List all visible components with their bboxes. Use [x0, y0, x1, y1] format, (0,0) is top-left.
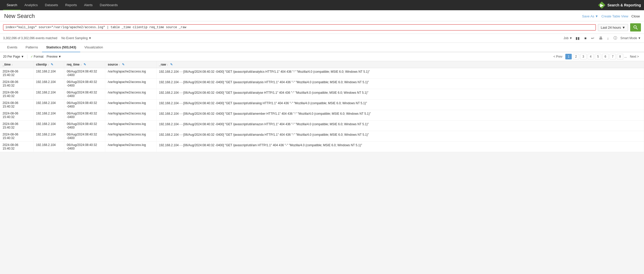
- cell-time: 2024-08-06 15:40:32: [0, 121, 33, 131]
- tab-events[interactable]: Events: [3, 43, 22, 52]
- col-header-reqtime[interactable]: req_time ↕ ✎: [64, 61, 105, 68]
- cell-reqtime: 06/Aug/2024:08:40:32 -0400: [64, 121, 105, 131]
- search-input[interactable]: [5, 26, 594, 29]
- cell-source: /var/log/apache2/access.log: [105, 121, 156, 131]
- tabs-bar: Events Patterns Statistics (503,043) Vis…: [0, 43, 644, 52]
- cell-raw: 192.168.2.104 - - [06/Aug/2024:08:40:32 …: [156, 142, 644, 152]
- nav-search[interactable]: Search: [3, 0, 21, 10]
- table-header-row: _time ↕ clientip ↕ ✎ req_time ↕ ✎ source…: [0, 61, 644, 68]
- stats-bar: 3,302,096 of 3,302,096 events matched No…: [0, 34, 644, 43]
- cell-time: 2024-08-06 15:40:32: [0, 142, 33, 152]
- format-button[interactable]: ✓ Format: [30, 55, 44, 58]
- close-button[interactable]: Close: [631, 14, 640, 18]
- col-header-raw[interactable]: _raw ↕ ✎: [156, 61, 644, 68]
- cell-reqtime: 06/Aug/2024:08:40:32 -0400: [64, 131, 105, 142]
- page-6-button[interactable]: 6: [602, 54, 609, 59]
- nav-alerts[interactable]: Alerts: [80, 0, 96, 10]
- cell-reqtime: 06/Aug/2024:08:40:32 -0400: [64, 100, 105, 110]
- page-2-button[interactable]: 2: [573, 54, 579, 59]
- job-button[interactable]: Job ▼: [564, 36, 572, 40]
- create-table-view-button[interactable]: Create Table View: [601, 14, 628, 18]
- table-row: 2024-08-06 15:40:32 192.168.2.104 06/Aug…: [0, 131, 644, 142]
- cell-source: /var/log/apache2/access.log: [105, 100, 156, 110]
- cell-clientip: 192.168.2.104: [33, 89, 64, 100]
- cell-clientip: 192.168.2.104: [33, 121, 64, 131]
- cell-time: 2024-08-06 15:40:32: [0, 110, 33, 121]
- stop-button[interactable]: ■: [583, 36, 588, 41]
- page-4-button[interactable]: 4: [588, 54, 594, 59]
- event-sampling-button[interactable]: No Event Sampling ▼: [62, 36, 92, 40]
- tab-statistics[interactable]: Statistics (503,043): [42, 43, 80, 52]
- table-row: 2024-08-06 15:40:32 192.168.2.104 06/Aug…: [0, 142, 644, 152]
- page-5-button[interactable]: 5: [595, 54, 601, 59]
- table-row: 2024-08-06 15:40:32 192.168.2.104 06/Aug…: [0, 89, 644, 100]
- col-header-clientip[interactable]: clientip ↕ ✎: [33, 61, 64, 68]
- time-range-picker[interactable]: Last 24 hours ▼: [598, 24, 628, 31]
- page-1-button[interactable]: 1: [565, 54, 572, 59]
- table-toolbar: 20 Per Page ▼ ✓ Format Preview ▼ < Prev …: [0, 52, 644, 61]
- header-actions: Save As ▼ Create Table View Close: [582, 14, 640, 18]
- table-row: 2024-08-06 15:40:32 192.168.2.104 06/Aug…: [0, 121, 644, 131]
- col-header-source[interactable]: source ↕ ✎: [105, 61, 156, 68]
- cell-raw: 192.168.2.104 - - [06/Aug/2024:08:40:32 …: [156, 110, 644, 121]
- share-button[interactable]: ↩: [590, 36, 596, 41]
- cell-raw: 192.168.2.104 - - [06/Aug/2024:08:40:32 …: [156, 100, 644, 110]
- cell-time: 2024-08-06 15:40:32: [0, 100, 33, 110]
- nav-reports[interactable]: Reports: [62, 0, 81, 10]
- cell-source: /var/log/apache2/access.log: [105, 89, 156, 100]
- brand-icon: ▶: [598, 2, 605, 9]
- cell-time: 2024-08-06 15:40:32: [0, 131, 33, 142]
- cell-reqtime: 06/Aug/2024:08:40:32 -0400: [64, 89, 105, 100]
- preview-button[interactable]: Preview ▼: [47, 55, 62, 58]
- nav-datasets[interactable]: Datasets: [41, 0, 62, 10]
- top-navigation: Search Analytics Datasets Reports Alerts…: [0, 0, 644, 10]
- per-page-button[interactable]: 20 Per Page ▼: [3, 55, 24, 58]
- cell-source: /var/log/apache2/access.log: [105, 131, 156, 142]
- tab-visualization[interactable]: Visualization: [80, 43, 107, 52]
- cell-reqtime: 06/Aug/2024:08:40:32 -0400: [64, 110, 105, 121]
- smart-mode-button[interactable]: Smart Mode ▼: [620, 36, 641, 40]
- cell-reqtime: 06/Aug/2024:08:40:32 -0400: [64, 68, 105, 79]
- brand-name: Search & Reporting: [607, 3, 641, 7]
- cell-source: /var/log/apache2/access.log: [105, 110, 156, 121]
- cell-raw: 192.168.2.104 - - [06/Aug/2024:08:40:32 …: [156, 121, 644, 131]
- nav-dashboards[interactable]: Dashboards: [96, 0, 121, 10]
- cell-raw: 192.168.2.104 - - [06/Aug/2024:08:40:32 …: [156, 79, 644, 89]
- cell-clientip: 192.168.2.104: [33, 79, 64, 89]
- toolbar-divider-1: [27, 55, 27, 59]
- stats-right-actions: Job ▼ ▮▮ ■ ↩ 🖶 ↓ ⓘ Smart Mode ▼: [564, 35, 641, 41]
- page-title: New Search: [4, 13, 582, 19]
- page-8-button[interactable]: 8: [617, 54, 623, 59]
- table-row: 2024-08-06 15:40:32 192.168.2.104 06/Aug…: [0, 100, 644, 110]
- next-page-button[interactable]: Next >: [628, 54, 641, 59]
- table-row: 2024-08-06 15:40:32 192.168.2.104 06/Aug…: [0, 79, 644, 89]
- col-header-time[interactable]: _time ↕: [0, 61, 33, 68]
- search-button[interactable]: [630, 23, 641, 31]
- cell-reqtime: 06/Aug/2024:08:40:32 -0400: [64, 79, 105, 89]
- nav-analytics[interactable]: Analytics: [21, 0, 41, 10]
- cell-raw: 192.168.2.104 - - [06/Aug/2024:08:40:32 …: [156, 131, 644, 142]
- print-button[interactable]: 🖶: [598, 36, 604, 41]
- info-button[interactable]: ⓘ: [612, 35, 618, 41]
- tab-patterns[interactable]: Patterns: [22, 43, 42, 52]
- cell-time: 2024-08-06 15:40:32: [0, 89, 33, 100]
- save-as-button[interactable]: Save As ▼: [582, 14, 598, 18]
- brand-logo: ▶ Search & Reporting: [598, 2, 641, 9]
- cell-clientip: 192.168.2.104: [33, 131, 64, 142]
- pause-button[interactable]: ▮▮: [574, 36, 581, 41]
- page-header: New Search Save As ▼ Create Table View C…: [0, 10, 644, 21]
- cell-raw: 192.168.2.104 - - [06/Aug/2024:08:40:32 …: [156, 68, 644, 79]
- prev-page-button[interactable]: < Prev: [551, 54, 564, 59]
- pagination: < Prev 1 2 3 4 5 6 7 8 ... Next >: [551, 54, 641, 59]
- statistics-table: _time ↕ clientip ↕ ✎ req_time ↕ ✎ source…: [0, 61, 644, 152]
- cell-time: 2024-08-06 15:40:32: [0, 68, 33, 79]
- search-input-wrapper: [3, 24, 596, 30]
- cell-clientip: 192.168.2.104: [33, 110, 64, 121]
- cell-clientip: 192.168.2.104: [33, 68, 64, 79]
- export-button[interactable]: ↓: [606, 36, 610, 41]
- page-3-button[interactable]: 3: [580, 54, 587, 59]
- page-7-button[interactable]: 7: [610, 54, 616, 59]
- cell-reqtime: 06/Aug/2024:08:40:32 -0400: [64, 142, 105, 152]
- table-row: 2024-08-06 15:40:32 192.168.2.104 06/Aug…: [0, 110, 644, 121]
- cell-time: 2024-08-06 15:40:32: [0, 79, 33, 89]
